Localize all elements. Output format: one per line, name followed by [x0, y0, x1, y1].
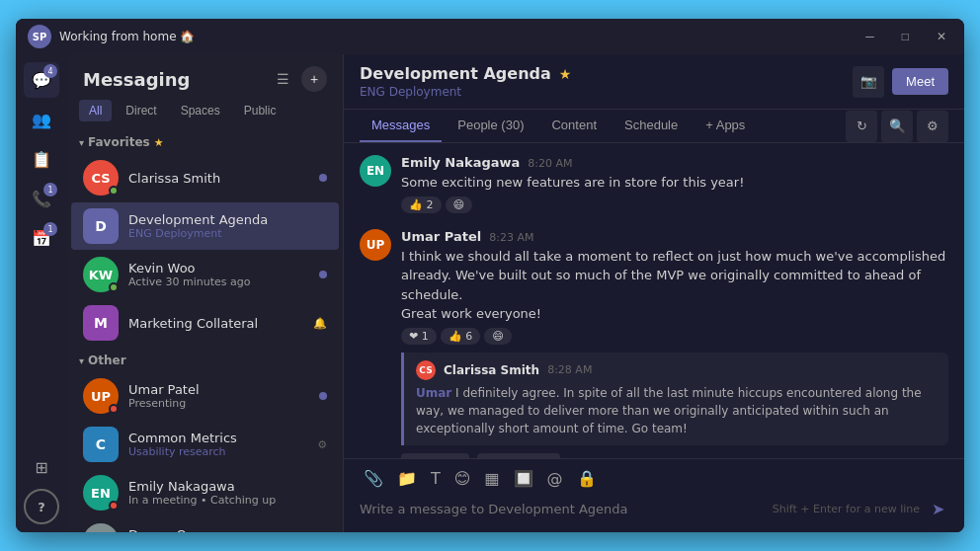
tab-apps[interactable]: + Apps: [694, 110, 757, 142]
list-item[interactable]: C Common Metrics Usability research ⚙: [71, 421, 339, 468]
avatar: UP: [83, 378, 119, 414]
chat-sub: In a meeting • Catching up: [128, 494, 327, 507]
user-avatar: SP: [28, 25, 51, 48]
chat-name: Darren Owens: [128, 527, 327, 532]
reaction-heart[interactable]: ❤️ 1: [401, 328, 437, 345]
window-title: Working from home 🏠: [59, 30, 195, 43]
title-bar-left: SP Working from home 🏠: [28, 25, 195, 48]
avatar: UP: [360, 229, 391, 261]
sidebar-new-button[interactable]: +: [301, 66, 327, 92]
favorites-section-header[interactable]: ▾ Favorites ★: [67, 129, 343, 153]
close-button[interactable]: ✕: [931, 28, 952, 45]
compose-toolbar: 📎 📁 T 😊 ▦ 🔲 @ 🔒: [360, 467, 948, 490]
tab-schedule[interactable]: Schedule: [612, 110, 690, 142]
mute-icon: 🔔: [313, 317, 327, 330]
compose-row: Shift + Enter for a new line ➤: [360, 496, 948, 522]
rail-apps[interactable]: ⊞: [24, 449, 59, 485]
chat-nav: Messages People (30) Content Schedule + …: [344, 110, 964, 143]
reaction-smile[interactable]: 😄: [484, 328, 511, 345]
avatar: CS: [83, 160, 119, 196]
quoted-avatar: CS: [416, 360, 436, 380]
reaction-smile[interactable]: 😄: [446, 197, 472, 213]
chat-info: Marketing Collateral: [128, 316, 303, 331]
chat-name: Clarissa Smith: [128, 171, 309, 186]
avatar: D: [83, 208, 119, 244]
tab-spaces[interactable]: Spaces: [171, 100, 230, 121]
sticker-icon[interactable]: 🔲: [510, 467, 537, 490]
msg-text: I think we should all take a moment to r…: [401, 247, 948, 324]
nav-right-icons: ↻ 🔍 ⚙: [846, 111, 948, 142]
status-indicator: [109, 404, 119, 414]
chat-name: Emily Nakagawa: [128, 479, 327, 494]
chat-info: Umar Patel Presenting: [128, 382, 309, 410]
unread-indicator: [319, 271, 327, 278]
attach-icon[interactable]: 📎: [360, 467, 387, 490]
refresh-icon-button[interactable]: ↻: [846, 111, 877, 142]
list-item[interactable]: CS Clarissa Smith: [71, 154, 339, 201]
search-icon-button[interactable]: 🔍: [881, 111, 913, 142]
msg-content: Emily Nakagawa 8:20 AM Some exciting new…: [401, 155, 948, 213]
gif-icon[interactable]: ▦: [480, 467, 503, 490]
message-row: EN Emily Nakagawa 8:20 AM Some exciting …: [360, 155, 948, 213]
rail-people[interactable]: 👥: [24, 102, 59, 137]
chat-name: Kevin Woo: [128, 261, 309, 276]
lock-icon[interactable]: 🔒: [573, 467, 601, 490]
sidebar: Messaging ☰ + All Direct Spaces Public ▾…: [67, 54, 344, 532]
unread-indicator: [319, 392, 327, 400]
tab-messages[interactable]: Messages: [360, 110, 442, 142]
folder-icon[interactable]: 📁: [393, 467, 421, 490]
tab-people[interactable]: People (30): [446, 110, 535, 142]
title-bar: SP Working from home 🏠 ─ □ ✕: [16, 19, 964, 54]
list-item[interactable]: DO Darren Owens On a call • Working from…: [71, 517, 339, 532]
status-indicator: [109, 501, 119, 511]
video-button[interactable]: 📷: [853, 66, 884, 98]
list-item[interactable]: D Development Agenda ENG Deployment: [71, 202, 339, 250]
tab-direct[interactable]: Direct: [116, 100, 166, 121]
rail-calendar[interactable]: 📅 1: [24, 220, 59, 256]
list-item[interactable]: KW Kevin Woo Active 30 minutes ago: [71, 251, 339, 298]
mention-icon[interactable]: @: [543, 467, 567, 490]
tab-public[interactable]: Public: [234, 100, 286, 121]
chat-info: Clarissa Smith: [128, 171, 309, 186]
chat-sub: Active 30 minutes ago: [128, 276, 309, 288]
status-indicator: [109, 186, 119, 196]
avatar: DO: [83, 523, 119, 532]
msg-header: Umar Patel 8:23 AM: [401, 229, 948, 244]
chat-main: Development Agenda ★ ENG Deployment 📷 Me…: [344, 54, 964, 532]
tab-all[interactable]: All: [79, 100, 112, 121]
mention: Umar: [416, 386, 451, 400]
rail-phone[interactable]: 📞 1: [24, 181, 59, 216]
rail-chat[interactable]: 💬 4: [24, 62, 59, 98]
compose-input[interactable]: [360, 502, 765, 516]
quoted-message: CS Clarissa Smith 8:28 AM Umar I definit…: [401, 353, 948, 445]
rail-help[interactable]: ?: [24, 489, 59, 524]
message-row: UP Umar Patel 8:23 AM I think we should …: [360, 229, 948, 459]
rail-contacts[interactable]: 📋: [24, 141, 59, 177]
maximize-button[interactable]: □: [896, 28, 915, 45]
meet-button[interactable]: Meet: [892, 68, 948, 95]
chat-sub: Usability research: [128, 445, 307, 458]
chat-sub: Presenting: [128, 397, 309, 410]
other-section-header[interactable]: ▾ Other: [67, 348, 343, 371]
list-item[interactable]: UP Umar Patel Presenting: [71, 372, 339, 420]
favorites-star: ★: [154, 136, 164, 149]
send-button[interactable]: ➤: [928, 496, 948, 522]
icon-rail: 💬 4 👥 📋 📞 1 📅 1 ⊞ ?: [16, 54, 67, 532]
reaction-thumbs[interactable]: 👍 6: [441, 328, 481, 345]
reaction-thumbs[interactable]: 👍 2: [401, 197, 442, 213]
tab-content[interactable]: Content: [539, 110, 609, 142]
chat-name: Marketing Collateral: [128, 316, 303, 331]
sidebar-header-icons: ☰ +: [273, 66, 327, 92]
msg-content: Umar Patel 8:23 AM I think we should all…: [401, 229, 948, 459]
sidebar-filter-button[interactable]: ☰: [273, 67, 293, 91]
list-item[interactable]: M Marketing Collateral 🔔: [71, 299, 339, 347]
chat-name: Umar Patel: [128, 382, 309, 397]
msg-reactions: 👍 2 😄: [401, 197, 948, 213]
list-item[interactable]: EN Emily Nakagawa In a meeting • Catchin…: [71, 469, 339, 516]
text-format-icon[interactable]: T: [427, 467, 445, 490]
msg-text: Some exciting new features are in store …: [401, 173, 948, 193]
emoji-icon[interactable]: 😊: [450, 467, 475, 490]
minimize-button[interactable]: ─: [859, 28, 880, 45]
favorites-label: Favorites: [88, 135, 150, 149]
settings-icon-button[interactable]: ⚙: [917, 111, 948, 142]
